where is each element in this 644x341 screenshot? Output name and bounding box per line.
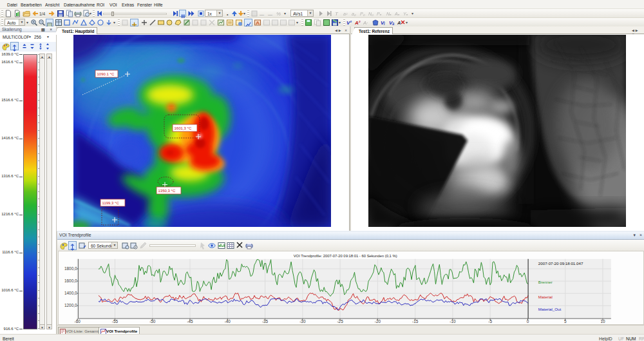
svg-text:1601,3 °C: 1601,3 °C — [175, 126, 192, 130]
svg-text:V²: V² — [346, 20, 352, 26]
svg-text:Pₔ: Pₔ — [377, 12, 382, 16]
svg-text:1800,0: 1800,0 — [64, 266, 77, 271]
svg-text:1200,0: 1200,0 — [64, 303, 77, 307]
svg-text:2007-07-20 09:18:01.047: 2007-07-20 09:18:01.047 — [538, 261, 583, 266]
svg-text:A·: A· — [363, 20, 368, 26]
svg-text:A²: A² — [355, 20, 361, 26]
svg-text:%: % — [276, 11, 281, 17]
svg-text:1600,0: 1600,0 — [64, 278, 77, 283]
svg-text:a²: a² — [343, 12, 348, 16]
svg-text:Brenner: Brenner — [538, 280, 553, 284]
svg-text:N₀: N₀ — [368, 12, 374, 16]
svg-text:Aₔ: Aₔ — [395, 12, 400, 16]
svg-text:VOI Trendprofile: 2007-07-20 0: VOI Trendprofile: 2007-07-20 09:18:01 - … — [294, 254, 397, 258]
svg-text:1090.1 °C: 1090.1 °C — [97, 72, 115, 76]
svg-text:Vₐ: Vₐ — [389, 20, 394, 26]
svg-text:A: A — [397, 20, 401, 26]
svg-text:1199,3 °C: 1199,3 °C — [102, 201, 120, 205]
svg-text:Vᵢ: Vᵢ — [381, 20, 385, 26]
svg-text:Nₔ: Nₔ — [386, 12, 392, 16]
svg-text:Yₔ: Yₔ — [403, 12, 408, 16]
svg-text:P₀: P₀ — [360, 12, 365, 16]
svg-text:Material: Material — [538, 295, 553, 299]
svg-text:a₂: a₂ — [352, 12, 356, 16]
svg-text:Material_Out: Material_Out — [538, 307, 562, 311]
svg-text:1350,3 °C: 1350,3 °C — [158, 189, 176, 193]
svg-text:T: T — [335, 11, 339, 17]
svg-text:1400,0: 1400,0 — [64, 291, 77, 295]
